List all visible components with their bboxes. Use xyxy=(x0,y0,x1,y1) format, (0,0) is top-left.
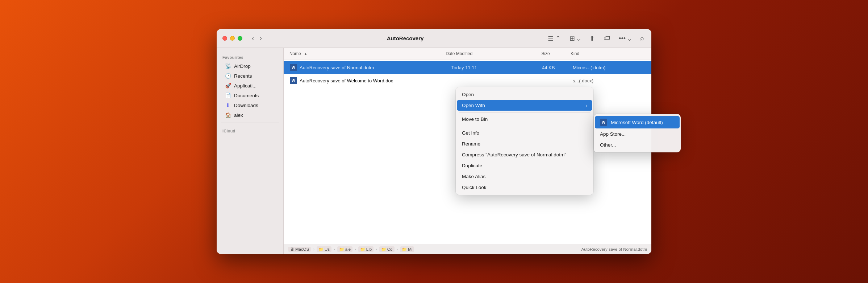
forward-button[interactable]: › xyxy=(258,33,264,44)
sidebar-label-applications: Applicati... xyxy=(234,83,256,89)
breadcrumb-macos[interactable]: 🖥 MacOS xyxy=(288,247,311,252)
column-headers: Name ▲ Date Modified Size Kind xyxy=(284,48,651,60)
file-name-2: AutoRecovery save of Welcome to Word.doc xyxy=(300,78,451,83)
sidebar-label-downloads: Downloads xyxy=(234,103,258,108)
sidebar-label-airdrop: AirDrop xyxy=(234,63,251,69)
search-icon[interactable]: ⌕ xyxy=(639,33,646,44)
co-folder-icon: 📁 xyxy=(381,247,386,252)
fullscreen-button[interactable] xyxy=(238,36,242,41)
airdrop-icon: 📡 xyxy=(225,63,231,69)
word-icon-2: W xyxy=(290,77,297,84)
close-button[interactable] xyxy=(222,36,227,41)
context-menu: Open Open With › W Microsoft Word (defau… xyxy=(456,87,593,195)
submenu-chevron: › xyxy=(586,103,587,108)
menu-label-quick-look: Quick Look xyxy=(462,185,487,190)
toolbar-right: ☰ ⌃ ⊞ ⌵ ⬆ 🏷 ••• ⌵ ⌕ xyxy=(546,33,646,44)
menu-item-move-to-bin[interactable]: Move to Bin xyxy=(457,114,592,124)
ale-folder-label: ale xyxy=(345,247,351,251)
submenu-item-word[interactable]: W Microsoft Word (default) xyxy=(595,116,680,128)
file-icon-word: W xyxy=(289,63,297,71)
breadcrumb-sep-4: › xyxy=(376,247,377,251)
sidebar-item-recents[interactable]: 🕐 Recents xyxy=(219,71,281,81)
submenu-item-other[interactable]: Other... xyxy=(595,140,680,150)
share-icon[interactable]: ⬆ xyxy=(588,33,596,44)
menu-item-open-with[interactable]: Open With › W Microsoft Word (default) A… xyxy=(457,100,592,111)
sidebar-label-recents: Recents xyxy=(234,73,252,79)
file-size: 44 KB xyxy=(524,65,573,70)
sidebar-divider xyxy=(221,123,279,123)
finder-window: ‹ › AutoRecovery ☰ ⌃ ⊞ ⌵ ⬆ 🏷 ••• ⌵ ⌕ Fav… xyxy=(217,29,651,254)
breadcrumb-us[interactable]: 📁 Us xyxy=(317,246,331,252)
file-icon-word-2: W xyxy=(289,77,297,85)
submenu-label-appstore: App Store... xyxy=(600,131,626,137)
breadcrumb-ale[interactable]: 📁 ale xyxy=(337,246,352,252)
file-kind: Micros...(.dotm) xyxy=(573,65,646,70)
lib-folder-icon: 📁 xyxy=(360,247,365,252)
view-list-icon[interactable]: ☰ ⌃ xyxy=(546,33,562,44)
grid-view-icon[interactable]: ⊞ ⌵ xyxy=(568,33,582,44)
word-icon: W xyxy=(290,64,297,71)
menu-item-open[interactable]: Open xyxy=(457,89,592,100)
sidebar-item-downloads[interactable]: ⬇ Downloads xyxy=(219,101,281,110)
sidebar-item-alex[interactable]: 🏠 alex xyxy=(219,110,281,120)
us-folder-label: Us xyxy=(325,247,330,251)
menu-label-compress: Compress "AutoRecovery save of Normal.do… xyxy=(462,152,566,157)
lib-folder-label: Lib xyxy=(366,247,372,251)
minimize-button[interactable] xyxy=(230,36,235,41)
file-kind-2: s...(.docx) xyxy=(573,78,646,83)
menu-item-make-alias[interactable]: Make Alias xyxy=(457,171,592,182)
breadcrumb-co[interactable]: 📁 Co xyxy=(379,246,395,252)
menu-label-rename: Rename xyxy=(462,141,480,147)
window-title: AutoRecovery xyxy=(264,35,546,41)
menu-separator-2 xyxy=(459,126,590,126)
sidebar-label-alex: alex xyxy=(234,112,243,118)
sort-chevron: ▲ xyxy=(304,52,307,56)
submenu-item-appstore[interactable]: App Store... xyxy=(595,129,680,139)
downloads-icon: ⬇ xyxy=(225,102,231,108)
sidebar-item-airdrop[interactable]: 📡 AirDrop xyxy=(219,61,281,71)
file-row[interactable]: W AutoRecovery save of Welcome to Word.d… xyxy=(284,74,651,87)
traffic-lights xyxy=(222,36,242,41)
file-date: Today 11:11 xyxy=(451,65,524,70)
menu-label-open-with: Open With xyxy=(462,103,485,108)
back-button[interactable]: ‹ xyxy=(250,33,256,44)
status-bar: 🖥 MacOS › 📁 Us › 📁 ale › 📁 Lib xyxy=(284,244,651,254)
sidebar-item-documents[interactable]: 📄 Documents xyxy=(219,91,281,100)
home-icon: 🏠 xyxy=(225,112,231,118)
ale-folder-icon: 📁 xyxy=(339,247,344,252)
column-kind-header[interactable]: Kind xyxy=(571,51,646,56)
menu-item-duplicate[interactable]: Duplicate xyxy=(457,160,592,171)
file-row[interactable]: W AutoRecovery save of Normal.dotm Today… xyxy=(284,61,651,74)
breadcrumb-lib[interactable]: 📁 Lib xyxy=(358,246,374,252)
documents-icon: 📄 xyxy=(225,93,231,98)
menu-item-quick-look[interactable]: Quick Look xyxy=(457,182,592,193)
submenu-label-other: Other... xyxy=(600,142,616,148)
co-folder-label: Co xyxy=(387,247,393,251)
submenu: W Microsoft Word (default) App Store... … xyxy=(594,114,681,152)
more-icon[interactable]: ••• ⌵ xyxy=(617,33,633,44)
breadcrumb-sep-3: › xyxy=(355,247,356,251)
macos-folder-icon: 🖥 xyxy=(290,247,294,251)
sidebar-label-documents: Documents xyxy=(234,93,259,98)
icloud-section-title: iCloud xyxy=(217,126,283,135)
macos-folder-label: MacOS xyxy=(295,247,309,251)
column-date-header[interactable]: Date Modified xyxy=(446,51,521,56)
menu-item-rename[interactable]: Rename xyxy=(457,139,592,149)
preview-filename: AutoRecovery save of Normal.dotm xyxy=(581,247,647,251)
applications-icon: 🚀 xyxy=(225,83,231,89)
us-folder-icon: 📁 xyxy=(318,247,324,252)
sidebar-item-applications[interactable]: 🚀 Applicati... xyxy=(219,81,281,90)
tag-icon[interactable]: 🏷 xyxy=(602,33,612,44)
favourites-section-title: Favourites xyxy=(217,52,283,61)
word-app-icon: W xyxy=(600,119,607,126)
menu-item-get-info[interactable]: Get Info xyxy=(457,128,592,138)
breadcrumb-mi[interactable]: 📁 Mi xyxy=(400,246,414,252)
column-name-header[interactable]: Name ▲ xyxy=(289,51,446,56)
menu-separator-1 xyxy=(459,112,590,112)
column-size-header[interactable]: Size xyxy=(521,51,571,56)
menu-label-duplicate: Duplicate xyxy=(462,163,482,168)
file-name: AutoRecovery save of Normal.dotm xyxy=(300,65,451,70)
mi-folder-label: Mi xyxy=(408,247,412,251)
menu-item-compress[interactable]: Compress "AutoRecovery save of Normal.do… xyxy=(457,149,592,160)
recents-icon: 🕐 xyxy=(225,73,231,79)
